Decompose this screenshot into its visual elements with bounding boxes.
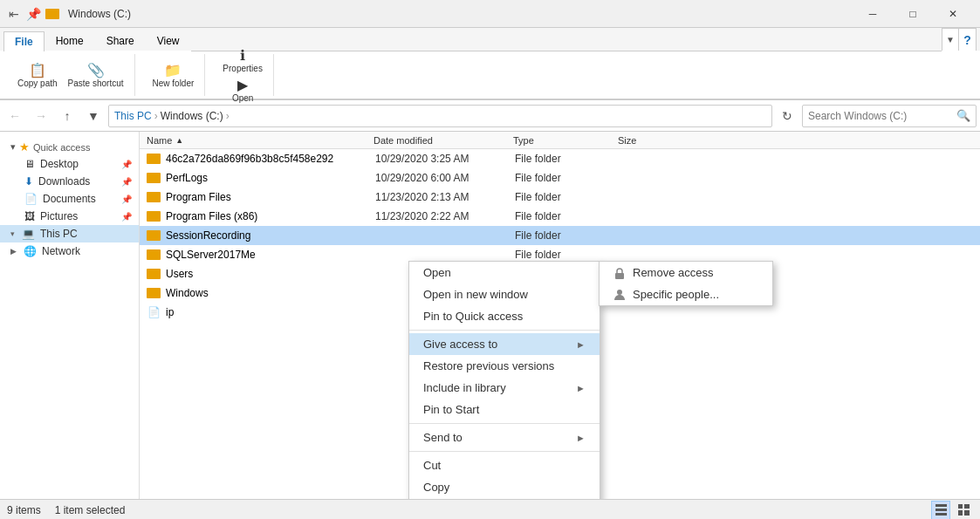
ctx-open-new-window[interactable]: Open in new window bbox=[409, 283, 600, 305]
ctx-pin-quick-access[interactable]: Pin to Quick access bbox=[409, 305, 600, 327]
ctx-open[interactable]: Open bbox=[409, 262, 600, 283]
folder-icon-2 bbox=[147, 192, 161, 202]
properties-button[interactable]: ℹ Properties bbox=[219, 45, 266, 75]
ctx-cut[interactable]: Cut bbox=[409, 454, 600, 476]
file-row[interactable]: 46c2a726da869f96b3b8c5f458e292 10/29/202… bbox=[140, 149, 980, 168]
minimize-button[interactable]: ─ bbox=[853, 0, 893, 28]
ribbon: File Home Share View ▼ ? 📋 Copy path 📎 P… bbox=[0, 28, 980, 100]
search-box[interactable]: 🔍 bbox=[802, 105, 977, 127]
selected-count: 1 item selected bbox=[55, 504, 126, 516]
ctx-copy[interactable]: Copy bbox=[409, 476, 600, 498]
library-submenu-arrow: ► bbox=[576, 383, 586, 393]
open-button[interactable]: ▶ Open bbox=[229, 75, 257, 105]
sidebar-item-this-pc[interactable]: ▾ 💻 This PC bbox=[0, 225, 139, 242]
window-controls: ─ □ ✕ bbox=[853, 0, 973, 28]
sort-name-header[interactable]: Name ▲ bbox=[147, 135, 373, 146]
details-view-button[interactable] bbox=[931, 501, 950, 520]
path-this-pc[interactable]: This PC bbox=[114, 110, 152, 122]
forward-button[interactable]: → bbox=[30, 105, 52, 127]
tab-view[interactable]: View bbox=[146, 31, 191, 51]
lock-icon bbox=[613, 267, 626, 279]
sidebar-item-downloads[interactable]: ⬇ Downloads 📌 bbox=[0, 173, 139, 190]
close-button[interactable]: ✕ bbox=[933, 0, 973, 28]
ctx-send-to[interactable]: Send to ► bbox=[409, 427, 600, 448]
ribbon-tabs: File Home Share View ▼ ? bbox=[0, 28, 980, 51]
tab-home[interactable]: Home bbox=[45, 31, 95, 51]
svg-rect-7 bbox=[958, 510, 963, 516]
sendto-arrow: ► bbox=[576, 433, 586, 443]
search-input[interactable] bbox=[808, 110, 956, 122]
title-bar-quick-access: ⇤ 📌 bbox=[7, 7, 61, 21]
sidebar-item-quick-access[interactable]: ▾ ★ Quick access bbox=[0, 135, 139, 155]
network-icon: 🌐 bbox=[24, 245, 37, 257]
folder-icon-0 bbox=[147, 154, 161, 164]
sort-size-header[interactable]: Size bbox=[618, 135, 688, 146]
path-windows-c[interactable]: Windows (C:) bbox=[161, 110, 223, 122]
file-row[interactable]: Program Files (x86) 11/23/2020 2:22 AM F… bbox=[140, 207, 980, 226]
recent-locations-button[interactable]: ▼ bbox=[82, 105, 105, 127]
new-folder-button[interactable]: 📁 New folder bbox=[149, 60, 198, 90]
sort-type-header[interactable]: Type bbox=[513, 135, 618, 146]
sidebar-item-pictures[interactable]: 🖼 Pictures 📌 bbox=[0, 208, 139, 225]
folder-icon-4 bbox=[147, 230, 161, 241]
sidebar-item-network[interactable]: ▶ 🌐 Network bbox=[0, 242, 139, 260]
pictures-icon: 🖼 bbox=[24, 210, 35, 222]
back-button[interactable]: ← bbox=[3, 105, 26, 127]
downloads-icon: ⬇ bbox=[24, 175, 33, 188]
title-bar: ⇤ 📌 Windows (C:) ─ □ ✕ bbox=[0, 0, 980, 28]
context-menu: Open Open in new window Pin to Quick acc… bbox=[408, 261, 600, 499]
address-path[interactable]: This PC › Windows (C:) › bbox=[108, 105, 772, 127]
tab-share[interactable]: Share bbox=[95, 31, 146, 51]
folder-icon-3 bbox=[147, 211, 161, 222]
pin-indicator-pic: 📌 bbox=[121, 212, 132, 222]
paste-shortcut-button[interactable]: 📎 Paste shortcut bbox=[65, 60, 127, 90]
expand-arrow: ▾ bbox=[10, 141, 16, 153]
submenu-remove-access[interactable]: Remove access bbox=[600, 262, 772, 283]
ribbon-group-new: 📁 New folder bbox=[142, 54, 206, 96]
pin-icon[interactable]: 📌 bbox=[26, 7, 40, 21]
svg-rect-8 bbox=[964, 510, 970, 516]
ctx-include-library[interactable]: Include in library ► bbox=[409, 377, 600, 399]
refresh-button[interactable]: ↻ bbox=[776, 105, 798, 127]
ctx-give-access[interactable]: Give access to ► bbox=[409, 333, 600, 355]
content-view-button[interactable] bbox=[954, 501, 973, 520]
session-recording-row[interactable]: SessionRecording File folder bbox=[140, 226, 980, 245]
file-list: Name ▲ Date modified Type Size 46c2a726d… bbox=[140, 132, 980, 499]
network-expand-arrow: ▶ bbox=[10, 247, 17, 256]
window-title: Windows (C:) bbox=[68, 8, 853, 20]
ctx-divider-2 bbox=[409, 423, 600, 424]
help-button[interactable]: ? bbox=[959, 28, 977, 51]
search-icon[interactable]: 🔍 bbox=[956, 109, 970, 122]
desktop-icon: 🖥 bbox=[24, 158, 35, 170]
this-pc-expand-arrow: ▾ bbox=[10, 229, 15, 238]
svg-rect-6 bbox=[964, 504, 970, 509]
maximize-button[interactable]: □ bbox=[893, 0, 933, 28]
tab-file[interactable]: File bbox=[3, 31, 45, 51]
ribbon-group-open: ℹ Properties ▶ Open bbox=[212, 54, 274, 96]
copy-path-button[interactable]: 📋 Copy path bbox=[14, 60, 61, 90]
sort-date-header[interactable]: Date modified bbox=[373, 135, 513, 146]
pin-indicator-dl: 📌 bbox=[121, 177, 132, 187]
file-icon-8: 📄 bbox=[147, 305, 161, 319]
pin-indicator-doc: 📌 bbox=[121, 195, 132, 204]
computer-icon: 💻 bbox=[22, 228, 35, 240]
pin-indicator: 📌 bbox=[121, 160, 132, 169]
folder-icon-6 bbox=[147, 269, 161, 279]
submenu-specific-people[interactable]: Specific people... bbox=[600, 283, 772, 305]
file-row[interactable]: PerfLogs 10/29/2020 6:00 AM File folder bbox=[140, 168, 980, 188]
ctx-divider-1 bbox=[409, 330, 600, 331]
svg-rect-3 bbox=[935, 509, 947, 511]
svg-point-1 bbox=[617, 290, 622, 295]
ctx-pin-start[interactable]: Pin to Start bbox=[409, 399, 600, 420]
sidebar: ▾ ★ Quick access 🖥 Desktop 📌 ⬇ Downloads… bbox=[0, 132, 140, 499]
up-button[interactable]: ↑ bbox=[56, 105, 79, 127]
quick-access-icon[interactable]: ⇤ bbox=[7, 7, 21, 21]
sidebar-item-documents[interactable]: 📄 Documents 📌 bbox=[0, 190, 139, 208]
ctx-restore-versions[interactable]: Restore previous versions bbox=[409, 355, 600, 377]
sidebar-item-desktop[interactable]: 🖥 Desktop 📌 bbox=[0, 155, 139, 173]
folder-icon-7 bbox=[147, 288, 161, 298]
ribbon-collapse-btn[interactable]: ▼ bbox=[942, 28, 959, 51]
documents-icon: 📄 bbox=[24, 193, 38, 205]
item-count: 9 items bbox=[7, 504, 41, 516]
file-row[interactable]: Program Files 11/23/2020 2:13 AM File fo… bbox=[140, 188, 980, 207]
